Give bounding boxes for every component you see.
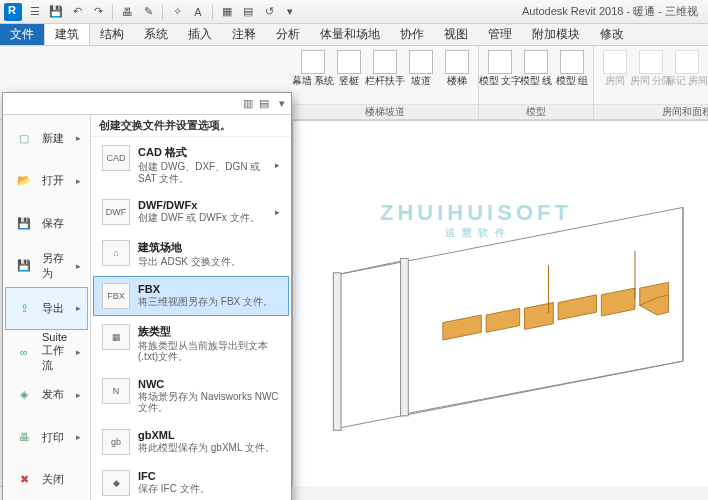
rbtn-modelgroup[interactable]: 模型 组 bbox=[555, 48, 589, 88]
export-item-ifc[interactable]: ◆IFC保存 IFC 文件。 bbox=[93, 463, 289, 501]
ribbon-group-stair: 幕墙 系统 竖梃 栏杆扶手 坡道 楼梯 楼梯坡道 bbox=[292, 46, 479, 119]
qat-tag-icon[interactable]: ✧ bbox=[168, 3, 186, 21]
export-item-gbxml[interactable]: gbgbXML将此模型保存为 gbXML 文件。 bbox=[93, 422, 289, 462]
print-icon: 🖶 bbox=[12, 427, 36, 447]
appmenu-print[interactable]: 🖶打印▸ bbox=[5, 416, 88, 459]
quick-access-toolbar: ☰ 💾 ↶ ↷ 🖶 ✎ ✧ A ▦ ▤ ↺ ▾ bbox=[26, 3, 299, 21]
open-icon: 📂 bbox=[12, 171, 36, 191]
ribbon-group-label: 模型 bbox=[479, 104, 593, 119]
close-icon: ✖ bbox=[12, 470, 36, 490]
menu-collaborate[interactable]: 协作 bbox=[390, 24, 434, 45]
modelline-icon bbox=[524, 50, 548, 74]
qat-more-icon[interactable]: ▾ bbox=[281, 3, 299, 21]
application-menu: ▥ ▤ ▾ ▢新建▸ 📂打开▸ 💾保存 💾另存为▸ ⇪导出▸ ∞Suite 工作… bbox=[2, 92, 292, 500]
menu-annotate[interactable]: 注释 bbox=[222, 24, 266, 45]
export-item-desc: 保存 IFC 文件。 bbox=[138, 483, 280, 495]
rbtn-modeltext[interactable]: 模型 文字 bbox=[483, 48, 517, 88]
menu-insert[interactable]: 插入 bbox=[178, 24, 222, 45]
menu-file[interactable]: 文件 bbox=[0, 24, 44, 45]
qat-text-icon[interactable]: A bbox=[189, 3, 207, 21]
chevron-right-icon: ▸ bbox=[275, 160, 280, 170]
ifc-icon: ◆ bbox=[102, 470, 130, 496]
menu-massing[interactable]: 体量和场地 bbox=[310, 24, 390, 45]
qat-measure-icon[interactable]: ✎ bbox=[139, 3, 157, 21]
rbtn-roomtag[interactable]: 标记 房间 bbox=[670, 48, 704, 88]
menu-architecture[interactable]: 建筑 bbox=[44, 24, 90, 45]
dwf-icon: DWF bbox=[102, 199, 130, 225]
appmenu-publish[interactable]: ◈发布▸ bbox=[5, 374, 88, 417]
qat-open-icon[interactable]: ☰ bbox=[26, 3, 44, 21]
menu-analyze[interactable]: 分析 bbox=[266, 24, 310, 45]
export-item-fbx[interactable]: FBXFBX将三维视图另存为 FBX 文件。 bbox=[93, 276, 289, 316]
cad-icon: CAD bbox=[102, 145, 130, 171]
export-item-dwf[interactable]: DWFDWF/DWFx创建 DWF 或 DWFx 文件。▸ bbox=[93, 192, 289, 232]
export-item-title: CAD 格式 bbox=[138, 145, 267, 160]
appmenu-recent-icon[interactable]: ▥ bbox=[243, 97, 253, 110]
appmenu-suite[interactable]: ∞Suite 工作 流▸ bbox=[5, 330, 88, 374]
chevron-right-icon: ▸ bbox=[275, 207, 280, 217]
export-item-fam[interactable]: ▦族类型将族类型从当前族导出到文本(.txt)文件。 bbox=[93, 317, 289, 370]
rbtn-modelline[interactable]: 模型 线 bbox=[519, 48, 553, 88]
ribbon-group-room: 房间 房间 分隔 标记 房间 面积 面积 边界 房间和面积 bbox=[594, 46, 708, 119]
export-item-title: DWF/DWFx bbox=[138, 199, 267, 211]
curtain-icon bbox=[301, 50, 325, 74]
export-item-title: gbXML bbox=[138, 429, 280, 441]
new-icon: ▢ bbox=[12, 128, 36, 148]
mullion-icon bbox=[337, 50, 361, 74]
menu-systems[interactable]: 系统 bbox=[134, 24, 178, 45]
qat-print-icon[interactable]: 🖶 bbox=[118, 3, 136, 21]
qat-sync-icon[interactable]: ↺ bbox=[260, 3, 278, 21]
rbtn-mullion[interactable]: 竖梃 bbox=[332, 48, 366, 88]
appmenu-right-column: 创建交换文件并设置选项。 CADCAD 格式创建 DWG、DXF、DGN 或 S… bbox=[91, 115, 291, 500]
export-item-title: 族类型 bbox=[138, 324, 280, 339]
rbtn-stair[interactable]: 楼梯 bbox=[440, 48, 474, 88]
appmenu-new[interactable]: ▢新建▸ bbox=[5, 117, 88, 160]
export-item-nwc[interactable]: NNWC将场景另存为 Navisworks NWC 文件。 bbox=[93, 371, 289, 421]
titlebar: ☰ 💾 ↶ ↷ 🖶 ✎ ✧ A ▦ ▤ ↺ ▾ Autodesk Revit 2… bbox=[0, 0, 708, 24]
svg-rect-1 bbox=[401, 258, 409, 416]
export-item-title: FBX bbox=[138, 283, 280, 295]
qat-view1-icon[interactable]: ▦ bbox=[218, 3, 236, 21]
appmenu-open[interactable]: 📂打开▸ bbox=[5, 160, 88, 203]
svg-rect-0 bbox=[333, 273, 341, 431]
adsk-icon: ⌂ bbox=[102, 240, 130, 266]
menubar: 文件 建筑 结构 系统 插入 注释 分析 体量和场地 协作 视图 管理 附加模块… bbox=[0, 24, 708, 46]
rbtn-curtain[interactable]: 幕墙 系统 bbox=[296, 48, 330, 88]
suite-icon: ∞ bbox=[12, 342, 36, 362]
export-item-adsk[interactable]: ⌂建筑场地导出 ADSK 交换文件。 bbox=[93, 233, 289, 275]
model-3d-view bbox=[293, 121, 708, 486]
window-title: Autodesk Revit 2018 - 暖通 - 三维视 bbox=[522, 4, 704, 19]
export-item-desc: 将三维视图另存为 FBX 文件。 bbox=[138, 296, 280, 308]
drawing-canvas[interactable] bbox=[292, 120, 708, 486]
export-options-list: CADCAD 格式创建 DWG、DXF、DGN 或 SAT 文件。▸DWFDWF… bbox=[91, 137, 291, 500]
room-icon bbox=[603, 50, 627, 74]
menu-manage[interactable]: 管理 bbox=[478, 24, 522, 45]
rbtn-ramp[interactable]: 坡道 bbox=[404, 48, 438, 88]
rbtn-room[interactable]: 房间 bbox=[598, 48, 632, 88]
qat-save-icon[interactable]: 💾 bbox=[47, 3, 65, 21]
appmenu-close[interactable]: ✖关闭 bbox=[5, 459, 88, 501]
qat-view2-icon[interactable]: ▤ bbox=[239, 3, 257, 21]
rbtn-roomsep[interactable]: 房间 分隔 bbox=[634, 48, 668, 88]
export-item-title: NWC bbox=[138, 378, 280, 390]
rbtn-railing[interactable]: 栏杆扶手 bbox=[368, 48, 402, 88]
menu-addins[interactable]: 附加模块 bbox=[522, 24, 590, 45]
export-item-desc: 将场景另存为 Navisworks NWC 文件。 bbox=[138, 391, 280, 414]
qat-undo-icon[interactable]: ↶ bbox=[68, 3, 86, 21]
gbxml-icon: gb bbox=[102, 429, 130, 455]
fbx-icon: FBX bbox=[102, 283, 130, 309]
appmenu-left-column: ▢新建▸ 📂打开▸ 💾保存 💾另存为▸ ⇪导出▸ ∞Suite 工作 流▸ ◈发… bbox=[3, 115, 91, 500]
export-item-cad[interactable]: CADCAD 格式创建 DWG、DXF、DGN 或 SAT 文件。▸ bbox=[93, 138, 289, 191]
appmenu-export[interactable]: ⇪导出▸ bbox=[5, 287, 88, 330]
menu-modify[interactable]: 修改 bbox=[590, 24, 634, 45]
appmenu-list-icon[interactable]: ▤ bbox=[259, 97, 269, 110]
menu-structure[interactable]: 结构 bbox=[90, 24, 134, 45]
appmenu-saveas[interactable]: 💾另存为▸ bbox=[5, 245, 88, 288]
export-item-desc: 将此模型保存为 gbXML 文件。 bbox=[138, 442, 280, 454]
menu-view[interactable]: 视图 bbox=[434, 24, 478, 45]
appmenu-right-header: 创建交换文件并设置选项。 bbox=[91, 115, 291, 137]
appmenu-save[interactable]: 💾保存 bbox=[5, 202, 88, 245]
qat-redo-icon[interactable]: ↷ bbox=[89, 3, 107, 21]
ribbon-group-label: 房间和面积 bbox=[594, 104, 708, 119]
export-item-title: 建筑场地 bbox=[138, 240, 280, 255]
